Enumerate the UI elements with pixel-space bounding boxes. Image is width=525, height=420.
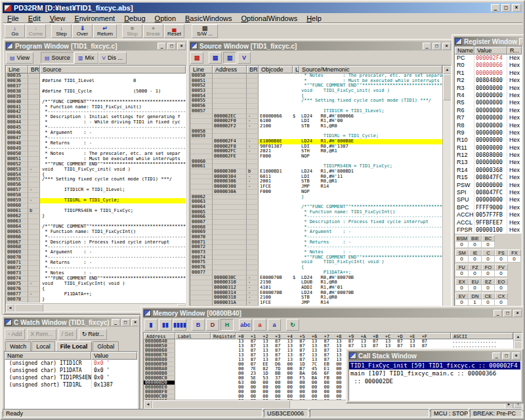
register-value[interactable]: 00000000 [474, 159, 507, 166]
breakpoint-cell[interactable] [247, 210, 259, 215]
code-row[interactable]: 00070 *---------------------------------… [6, 255, 186, 261]
code-row[interactable]: 00065 * Function name: TID1_FixCycInt() [6, 230, 186, 235]
column-header-address[interactable]: Address [213, 66, 247, 74]
toolbar-button[interactable]: ⇓ Over [72, 24, 93, 38]
code-row[interactable]: 00000304 - 6011 LDI R0,#H'11 [190, 175, 442, 180]
memory-window-titlebar[interactable]: Memory Window [00800B40] _ □ × [143, 308, 522, 318]
scroll-left-icon[interactable]: ◄ [144, 400, 152, 408]
register-value[interactable]: 00804800 [474, 77, 507, 84]
register-radix[interactable]: Hex [507, 107, 522, 114]
memory-toolbar-button[interactable]: ▮▮▮▮ [173, 319, 186, 331]
watch-row[interactable]: (unsigned short) TID1RL 0x1387 [5, 381, 137, 388]
breakpoint-cell[interactable]: - [247, 295, 259, 301]
code-row[interactable]: 00065 * Function name: TID1_FixCycInt() [190, 210, 442, 215]
breakpoint-cell[interactable] [28, 240, 40, 245]
scroll-thumb[interactable] [14, 304, 43, 312]
code-row[interactable]: 00077 - P11DATA++; [6, 292, 186, 297]
code-row[interactable]: 00074 *""FUNC COMMENT END""*************… [6, 276, 186, 282]
code-row[interactable]: 00053 void TID1_FixCyc_init( void ) [190, 89, 442, 94]
breakpoint-cell[interactable] [28, 224, 40, 230]
breakpoint-cell[interactable] [247, 134, 259, 139]
register-value[interactable]: 00000000 [474, 99, 507, 106]
scroll-thumb[interactable] [443, 74, 452, 100]
register-row[interactable]: R12 00808000 Hex [455, 152, 522, 159]
register-value[interactable]: 00000000 [474, 107, 507, 114]
toolbar-button[interactable]: ▤ S/W ... [192, 24, 218, 38]
code-row[interactable]: 00055 /*** Setting fixed cycle count mod… [190, 98, 442, 104]
register-value[interactable]: 00800066 [474, 62, 507, 69]
source-toolbar-button[interactable]: ▥ [223, 52, 236, 64]
breakpoint-cell[interactable] [28, 203, 40, 209]
memory-toolbar-button[interactable]: ▮▮ [159, 319, 172, 331]
breakpoint-cell[interactable] [28, 141, 40, 146]
column-header-line[interactable]: Line [190, 66, 213, 74]
maximize-icon[interactable]: □ [503, 310, 512, 317]
register-row[interactable]: PC 000002F4 Hex [455, 54, 522, 62]
register-radix[interactable]: Hex [507, 70, 522, 77]
breakpoint-cell[interactable]: - [247, 139, 259, 144]
toolbar-button[interactable]: ▄ Reset [164, 24, 184, 38]
code-row[interactable]: 00000312 - 4101 ADDI R1,#H'01 [190, 285, 442, 291]
register-row[interactable]: R14 00000368 Hex [455, 167, 522, 174]
breakpoint-cell[interactable] [247, 74, 259, 79]
callstack-window-titlebar[interactable]: Call Stack Window _ □ × [348, 351, 521, 360]
code-row[interactable]: 00072 *---------------------------------… [190, 245, 442, 250]
breakpoint-cell[interactable] [28, 219, 40, 224]
breakpoint-cell[interactable] [28, 100, 40, 105]
breakpoint-cell[interactable] [247, 195, 259, 200]
breakpoint-cell[interactable]: - [247, 184, 259, 190]
breakpoint-cell[interactable] [247, 245, 259, 250]
minimize-icon[interactable]: _ [492, 352, 501, 360]
code-row[interactable]: 00067 * Description : Process fixed cycl… [190, 220, 442, 225]
toolbar-button[interactable]: ↵ Return [93, 24, 117, 38]
code-row[interactable]: 00060 [6, 203, 186, 209]
breakpoint-cell[interactable] [247, 154, 259, 159]
menu-item[interactable]: Edit [24, 14, 45, 22]
code-row[interactable]: 00044 * : - While driving TID1 in fixed … [6, 120, 186, 125]
menu-item[interactable]: OptionalWindows [237, 14, 303, 22]
flag-value[interactable]: 0 [455, 285, 469, 291]
breakpoint-cell[interactable] [28, 110, 40, 115]
breakpoint-cell[interactable] [247, 190, 259, 195]
source-vscrollbar[interactable]: ▲ ▼ [442, 66, 451, 316]
register-row[interactable]: R13 00000000 Hex [455, 159, 522, 166]
register-value[interactable]: 008047FC [474, 189, 507, 196]
code-row[interactable]: 0000030A F000 NOP [190, 190, 442, 195]
register-value[interactable]: 00000000 [474, 182, 507, 189]
scroll-up-icon[interactable]: ▲ [443, 66, 452, 74]
flag-value[interactable]: 0 [469, 256, 482, 262]
main-titlebar[interactable]: PD32RM [D:¥test¥TID1_fixcyc.abs] _ □ × [3, 3, 522, 13]
flag-value[interactable]: 0 [455, 242, 469, 248]
register-row[interactable]: ACCL 9FFBFEE7 Hex [455, 219, 522, 226]
minimize-icon[interactable]: _ [519, 38, 522, 45]
breakpoint-cell[interactable] [247, 225, 259, 230]
toolbar-button[interactable]: ● Break [143, 24, 163, 38]
register-row[interactable]: R6 00000000 Hex [455, 107, 522, 114]
code-row[interactable]: 00000310 - 2190 LDUB R1,@R0 [190, 280, 442, 285]
breakpoint-cell[interactable] [247, 230, 259, 235]
breakpoint-cell[interactable]: - [247, 280, 259, 285]
breakpoint-cell[interactable] [28, 74, 40, 79]
memory-bytes[interactable]: 13 87 13 87 13 87 13 87 13 87 13 87 13 8… [236, 339, 451, 344]
breakpoint-cell[interactable]: - [247, 276, 259, 281]
code-row[interactable]: 00071 * Returns : - [190, 240, 442, 245]
register-radix[interactable]: Hex [507, 54, 522, 62]
register-radix[interactable]: Hex [507, 77, 522, 84]
flag-value[interactable]: 0 [482, 256, 495, 262]
code-row[interactable]: 0000031A - 1FCE JMP R14 [190, 301, 442, 306]
register-radix[interactable]: Hex [507, 144, 522, 152]
breakpoint-cell[interactable] [28, 120, 40, 125]
toolbar-button[interactable]: ↓ Come [26, 24, 46, 38]
breakpoint-cell[interactable] [28, 271, 40, 276]
code-row[interactable]: 00071 * Returns : - [6, 261, 186, 266]
code-row[interactable]: 0000030C - E080070B $ LD24 R0,#H'80070B [190, 276, 442, 281]
memory-toolbar-button[interactable]: H [220, 319, 234, 331]
flag-value[interactable]: 0 [495, 285, 508, 291]
close-icon[interactable]: × [177, 43, 186, 50]
code-row[interactable]: 000002EC - E0800066 $ LD24 R0,#H'800066 [190, 114, 442, 119]
memory-toolbar-button[interactable]: ▮ [144, 319, 158, 331]
code-row[interactable]: 00076 { [6, 287, 186, 292]
column-header-value[interactable]: Value [474, 47, 507, 54]
memory-toolbar-button[interactable]: D [206, 319, 219, 331]
register-row[interactable]: R8 00000000 Hex [455, 122, 522, 129]
